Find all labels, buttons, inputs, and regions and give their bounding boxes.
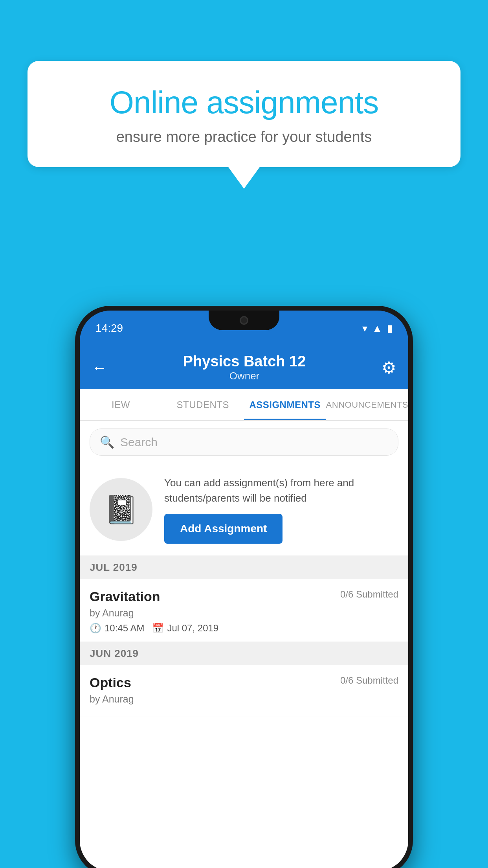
calendar-icon: 📅 [152,623,164,634]
speech-bubble: Online assignments ensure more practice … [28,61,460,167]
add-assignment-button[interactable]: Add Assignment [164,514,283,544]
header-center: Physics Batch 12 Owner [183,353,306,382]
battery-icon: ▮ [387,322,393,335]
screen-content: 🔍 Search 📓 You can add assignment(s) fro… [80,421,408,868]
tab-iew[interactable]: IEW [80,389,162,420]
back-button[interactable]: ← [92,359,107,377]
status-time: 14:29 [95,322,123,335]
assignment-by-optics: by Anurag [90,693,398,705]
assignment-by: by Anurag [90,607,398,619]
add-assignment-right: You can add assignment(s) from here and … [164,475,398,544]
tab-announcements[interactable]: ANNOUNCEMENTS [326,389,408,420]
notch [209,311,279,330]
tab-bar: IEW STUDENTS ASSIGNMENTS ANNOUNCEMENTS [80,389,408,421]
speech-bubble-arrow [228,167,260,189]
header-title: Physics Batch 12 [183,353,306,370]
date-value: Jul 07, 2019 [167,623,218,634]
assignment-name-optics: Optics [90,675,131,690]
assignment-item-optics[interactable]: Optics 0/6 Submitted by Anurag [80,665,408,717]
assignment-meta: 🕐 10:45 AM 📅 Jul 07, 2019 [90,623,398,634]
tab-assignments[interactable]: ASSIGNMENTS [244,389,326,420]
assignment-item-header-optics: Optics 0/6 Submitted [90,675,398,690]
status-bar: 14:29 ▾ ▲ ▮ [80,311,408,346]
search-input-container[interactable]: 🔍 Search [90,428,398,456]
search-placeholder: Search [120,436,158,449]
camera [240,316,248,325]
header-subtitle: Owner [183,370,306,382]
assignment-item-header: Gravitation 0/6 Submitted [90,589,398,604]
status-icons: ▾ ▲ ▮ [362,322,393,335]
speech-bubble-subtitle: ensure more practice for your students [55,129,433,145]
wifi-icon: ▾ [362,322,367,335]
assignment-submitted: 0/6 Submitted [340,589,398,600]
speech-bubble-title: Online assignments [55,85,433,121]
assignment-name: Gravitation [90,589,160,604]
speech-bubble-container: Online assignments ensure more practice … [28,61,460,189]
month-header-jul: JUL 2019 [80,556,408,579]
tab-students[interactable]: STUDENTS [162,389,244,420]
notebook-icon: 📓 [104,493,138,526]
search-bar: 🔍 Search [80,421,408,463]
assignment-icon-circle: 📓 [90,478,152,541]
add-assignment-section: 📓 You can add assignment(s) from here an… [80,463,408,556]
app-header: ← Physics Batch 12 Owner ⚙ [80,346,408,389]
meta-date: 📅 Jul 07, 2019 [152,623,218,634]
signal-icon: ▲ [372,322,382,335]
settings-icon[interactable]: ⚙ [382,358,396,377]
month-header-jun: JUN 2019 [80,642,408,665]
assignment-item-gravitation[interactable]: Gravitation 0/6 Submitted by Anurag 🕐 10… [80,579,408,642]
assignment-submitted-optics: 0/6 Submitted [340,675,398,686]
add-assignment-desc: You can add assignment(s) from here and … [164,475,398,506]
time-value: 10:45 AM [105,623,144,634]
search-icon: 🔍 [100,435,114,449]
meta-time: 🕐 10:45 AM [90,623,144,634]
phone-frame: 14:29 ▾ ▲ ▮ ← Physics Batch 12 Owner ⚙ I… [75,306,413,868]
clock-icon: 🕐 [90,623,101,634]
